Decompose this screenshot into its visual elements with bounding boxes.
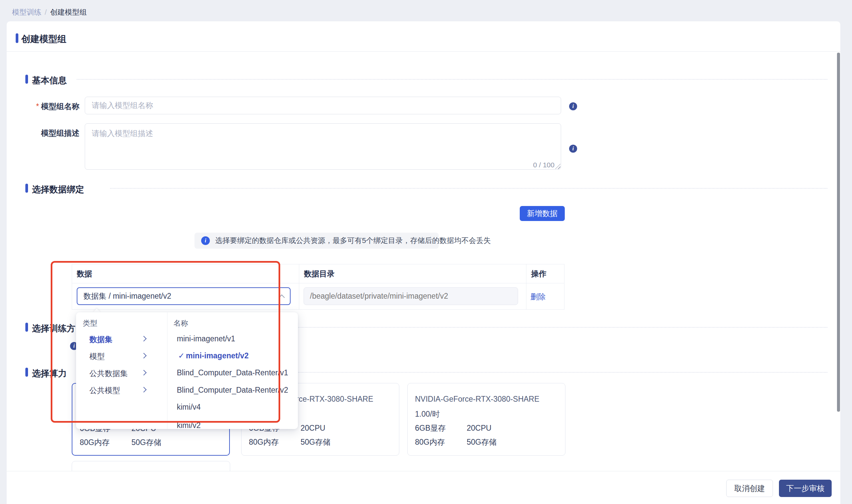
- section-divider: [110, 188, 827, 189]
- gpu-ram: 80G内存: [249, 437, 300, 447]
- gpu-cpu: 20CPU: [300, 424, 325, 432]
- name-option[interactable]: Blind_Computer_Data-Renter/v2: [177, 386, 288, 395]
- chevron-right-icon: [141, 387, 147, 393]
- gpu-card[interactable]: NVIDIA-GeForce-RTX-3080-SHARE 1.00/时 6GB…: [407, 383, 566, 456]
- next-step-review-button[interactable]: 下一步审核: [779, 480, 832, 497]
- breadcrumb-parent-link[interactable]: 模型训练: [12, 7, 41, 17]
- data-binding-table: 数据 数据目录 操作 数据集 / mini-imagenet/v2 删除: [72, 264, 564, 310]
- gpu-storage: 50G存储: [467, 438, 497, 446]
- name-option-selected[interactable]: ✓mini-imagenet/v2: [178, 351, 248, 360]
- directory-input[interactable]: [303, 287, 518, 305]
- banner-info-icon: i: [201, 236, 210, 245]
- gpu-name: NVIDIA-GeForce-RTX-3080-SHARE: [415, 395, 539, 404]
- table-row: 数据集 / mini-imagenet/v2 删除: [72, 283, 564, 310]
- gpu-ram: 80G内存: [80, 437, 132, 448]
- gpu-storage: 50G存储: [300, 438, 330, 446]
- chevron-right-icon: [141, 353, 147, 359]
- name-info-icon[interactable]: i: [569, 102, 577, 110]
- delete-link[interactable]: 删除: [531, 292, 546, 302]
- vertical-scrollbar-thumb[interactable]: [837, 53, 840, 412]
- type-option-public-dataset[interactable]: 公共数据集: [89, 368, 128, 379]
- column-header-data: 数据: [72, 264, 299, 283]
- gpu-vram: 6GB显存: [415, 423, 467, 433]
- model-group-name-input[interactable]: [85, 97, 561, 114]
- notice-text: 选择要绑定的数据仓库或公共资源，最多可有5个绑定目录，存储后的数据均不会丢失: [215, 236, 491, 246]
- required-asterisk: *: [36, 102, 39, 111]
- type-option-public-model[interactable]: 公共模型: [89, 385, 120, 396]
- section-title-compute: 选择算力: [32, 368, 67, 379]
- chevron-up-icon: [279, 294, 284, 300]
- name-field-label: *模型组名称: [26, 101, 80, 112]
- create-model-group-page: 模型训练 / 创建模型组 创建模型组 基本信息 *模型组名称 i 模型组描述 0…: [0, 0, 852, 504]
- column-header-directory: 数据目录: [299, 264, 526, 283]
- gpu-ram: 80G内存: [415, 437, 467, 447]
- desc-field-label: 模型组描述: [26, 128, 80, 138]
- name-option[interactable]: kimi/v4: [177, 403, 201, 412]
- data-select-dropdown: 类型 名称 数据集 模型 公共数据集 公共模型 mini-imagenet/v1…: [76, 312, 298, 429]
- add-data-button[interactable]: 新增数据: [520, 206, 565, 221]
- column-header-action: 操作: [526, 264, 564, 283]
- table-header-row: 数据 数据目录 操作: [72, 264, 564, 283]
- breadcrumb: 模型训练 / 创建模型组: [12, 7, 87, 17]
- section-accent-bar: [25, 323, 28, 332]
- name-option[interactable]: mini-imagenet/v1: [177, 334, 235, 343]
- dropdown-type-header: 类型: [83, 318, 98, 328]
- section-accent-bar: [25, 184, 28, 193]
- gpu-price: 1.00/时: [415, 409, 440, 419]
- breadcrumb-current: 创建模型组: [50, 7, 87, 17]
- char-counter: 0 / 100: [533, 161, 554, 169]
- check-icon: ✓: [178, 351, 185, 360]
- page-title: 创建模型组: [21, 33, 66, 45]
- name-option[interactable]: Blind_Computer_Data-Renter/v1: [177, 368, 288, 377]
- popup-column-divider: [167, 312, 168, 429]
- section-title-data-binding: 选择数据绑定: [32, 184, 84, 195]
- title-accent-bar: [16, 33, 18, 43]
- type-option-model[interactable]: 模型: [89, 351, 105, 362]
- notice-banner: i 选择要绑定的数据仓库或公共资源，最多可有5个绑定目录，存储后的数据均不会丢失: [194, 233, 439, 249]
- section-title-basic-info: 基本信息: [32, 75, 67, 86]
- chevron-right-icon: [141, 336, 147, 342]
- chevron-right-icon: [141, 370, 147, 376]
- type-option-dataset[interactable]: 数据集: [89, 334, 112, 345]
- data-select[interactable]: 数据集 / mini-imagenet/v2: [77, 287, 291, 305]
- section-divider: [77, 79, 827, 80]
- model-group-desc-textarea[interactable]: [85, 123, 561, 170]
- header-divider: [7, 51, 840, 52]
- section-title-training: 选择训练方: [32, 323, 75, 334]
- cancel-create-button[interactable]: 取消创建: [726, 480, 773, 497]
- footer-bar: [7, 471, 840, 504]
- section-accent-bar: [25, 368, 28, 377]
- data-select-value: 数据集 / mini-imagenet/v2: [83, 291, 171, 301]
- section-accent-bar: [25, 75, 28, 84]
- name-option[interactable]: kimi/v2: [177, 421, 201, 429]
- desc-info-icon[interactable]: i: [569, 145, 577, 153]
- gpu-storage: 50G存储: [132, 438, 161, 447]
- gpu-cpu: 20CPU: [467, 424, 491, 432]
- breadcrumb-separator: /: [45, 8, 47, 17]
- dropdown-name-header: 名称: [173, 318, 188, 328]
